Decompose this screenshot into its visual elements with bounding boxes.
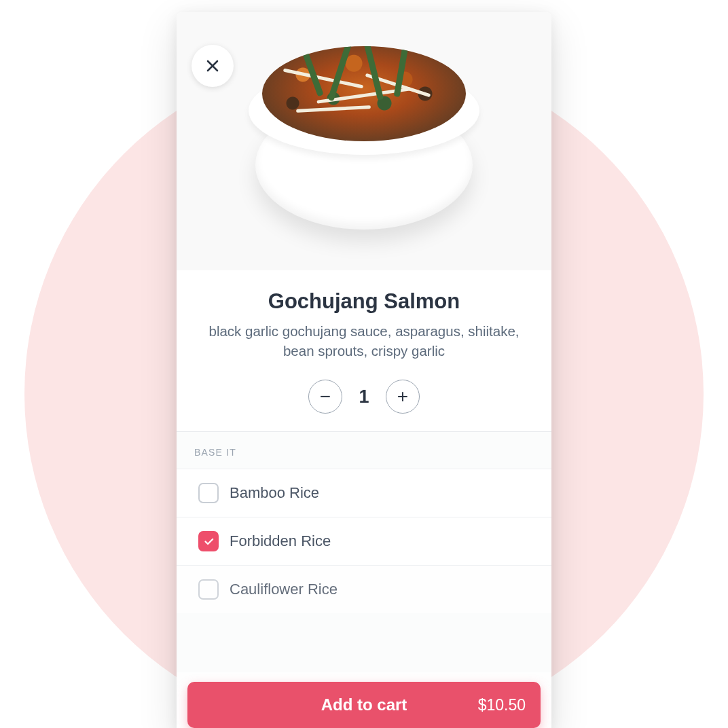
decrement-button[interactable]: −: [308, 380, 342, 414]
price-label: $10.50: [478, 696, 526, 714]
footer: Add to cart $10.50: [177, 672, 551, 728]
quantity-stepper: − 1 +: [192, 380, 536, 414]
add-to-cart-label: Add to cart: [321, 695, 407, 714]
option-row[interactable]: Forbidden Rice: [177, 517, 551, 565]
product-info: Gochujang Salmon black garlic gochujang …: [177, 270, 551, 432]
plus-icon: +: [397, 387, 408, 406]
product-modal: Gochujang Salmon black garlic gochujang …: [177, 12, 551, 728]
option-row[interactable]: Cauliflower Rice: [177, 565, 551, 613]
product-image: [238, 33, 490, 236]
close-icon: [204, 58, 221, 74]
quantity-value: 1: [356, 386, 372, 407]
checkbox-checked[interactable]: [198, 531, 219, 551]
option-label: Forbidden Rice: [230, 532, 331, 550]
option-row[interactable]: Bamboo Rice: [177, 469, 551, 517]
product-title: Gochujang Salmon: [192, 289, 536, 314]
checkbox-unchecked[interactable]: [198, 579, 219, 600]
section-label: BASE IT: [177, 432, 551, 469]
increment-button[interactable]: +: [386, 380, 420, 414]
minus-icon: −: [320, 387, 331, 406]
option-label: Bamboo Rice: [230, 484, 319, 502]
checkbox-unchecked[interactable]: [198, 483, 219, 503]
add-to-cart-button[interactable]: Add to cart $10.50: [187, 682, 541, 728]
product-description: black garlic gochujang sauce, asparagus,…: [192, 322, 536, 361]
check-icon: [203, 536, 215, 547]
close-button[interactable]: [192, 45, 234, 87]
option-label: Cauliflower Rice: [230, 581, 338, 598]
hero-image-area: [177, 12, 551, 270]
